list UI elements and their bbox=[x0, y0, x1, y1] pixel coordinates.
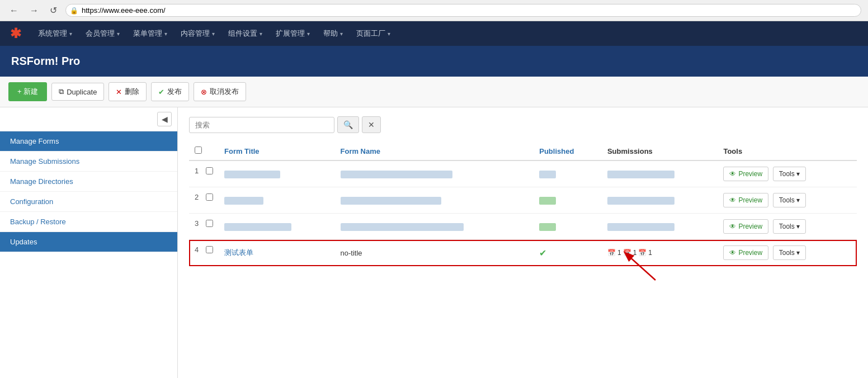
row-number: 2 bbox=[195, 193, 201, 201]
publish-icon: ✔ bbox=[158, 88, 164, 96]
url-input[interactable] bbox=[65, 4, 861, 17]
nav-content[interactable]: 内容管理 ▾ bbox=[174, 21, 221, 46]
blurred-name bbox=[341, 197, 441, 205]
unpublish-button[interactable]: ⊗ 取消发布 bbox=[194, 82, 246, 101]
chevron-down-icon: ▾ bbox=[260, 31, 262, 37]
chevron-down-icon: ▾ bbox=[388, 31, 390, 37]
sidebar-item-configuration[interactable]: Configuration bbox=[0, 192, 177, 212]
table-row: 1 bbox=[189, 160, 857, 187]
published-cell bbox=[534, 214, 602, 240]
table-row-highlighted: 4 测试表单 no-title ✔ 📅 1 bbox=[189, 240, 857, 266]
row-number: 3 bbox=[195, 219, 201, 228]
tools-cell: 👁 Preview Tools ▾ bbox=[718, 187, 857, 214]
blurred-name bbox=[341, 171, 452, 178]
refresh-button[interactable]: ↺ bbox=[47, 4, 60, 17]
blurred-name bbox=[341, 223, 464, 231]
red-arrow-annotation bbox=[622, 249, 667, 283]
duplicate-button[interactable]: ⧉ Duplicate bbox=[51, 83, 104, 101]
form-name-cell bbox=[335, 187, 534, 214]
col-published[interactable]: Published bbox=[534, 142, 602, 160]
sidebar-item-backup-restore[interactable]: Backup / Restore bbox=[0, 212, 177, 232]
chevron-down-icon: ▾ bbox=[307, 31, 310, 37]
preview-button[interactable]: 👁 Preview bbox=[723, 219, 768, 234]
tools-dropdown-button[interactable]: Tools ▾ bbox=[773, 219, 806, 234]
app-title: RSForm! Pro bbox=[11, 55, 80, 67]
nav-menus[interactable]: 菜单管理 ▾ bbox=[126, 21, 174, 46]
form-title-cell bbox=[219, 214, 335, 240]
form-title-cell bbox=[219, 187, 335, 214]
col-form-title[interactable]: Form Title bbox=[219, 142, 335, 160]
row-number: 4 bbox=[195, 245, 201, 254]
row-checkbox[interactable] bbox=[206, 167, 213, 174]
form-title-link[interactable]: 测试表单 bbox=[224, 248, 253, 257]
svg-line-1 bbox=[628, 255, 655, 280]
published-check-icon: ✔ bbox=[539, 248, 546, 258]
eye-icon: 👁 bbox=[729, 223, 736, 230]
nav-pagefactory[interactable]: 页面工厂 ▾ bbox=[350, 21, 397, 46]
col-tools: Tools bbox=[718, 142, 857, 160]
blurred-sub bbox=[607, 223, 674, 231]
main-layout: ◀ Manage Forms Manage Submissions Manage… bbox=[0, 107, 868, 378]
nav-extensions[interactable]: 扩展管理 ▾ bbox=[269, 21, 317, 46]
chevron-down-icon: ▾ bbox=[340, 31, 343, 37]
browser-bar: ← → ↺ 🔒 bbox=[0, 0, 868, 21]
delete-button[interactable]: ✕ 删除 bbox=[108, 82, 147, 101]
search-input[interactable] bbox=[189, 117, 334, 133]
eye-icon: 👁 bbox=[729, 196, 736, 204]
eye-icon: 👁 bbox=[729, 249, 736, 257]
sidebar-toggle-area: ◀ bbox=[0, 107, 177, 131]
back-button[interactable]: ← bbox=[7, 4, 21, 17]
blurred-pub bbox=[539, 171, 556, 178]
col-form-name[interactable]: Form Name bbox=[335, 142, 534, 160]
toolbar: + 新建 ⧉ Duplicate ✕ 删除 ✔ 发布 ⊗ 取消发布 bbox=[0, 77, 868, 107]
sidebar-item-updates[interactable]: Updates bbox=[0, 232, 177, 252]
sidebar-item-manage-submissions[interactable]: Manage Submissions bbox=[0, 152, 177, 172]
forms-table: Form Title Form Name Published Submissio… bbox=[189, 142, 857, 266]
tools-dropdown-button[interactable]: Tools ▾ bbox=[773, 193, 806, 207]
duplicate-icon: ⧉ bbox=[59, 87, 64, 96]
sidebar-toggle-button[interactable]: ◀ bbox=[157, 112, 172, 126]
search-clear-button[interactable]: ✕ bbox=[362, 116, 381, 133]
col-hash bbox=[189, 142, 219, 160]
tools-dropdown-button[interactable]: Tools ▾ bbox=[773, 167, 806, 181]
sidebar-item-manage-forms[interactable]: Manage Forms bbox=[0, 131, 177, 152]
preview-button[interactable]: 👁 Preview bbox=[723, 193, 768, 207]
tools-dropdown-button[interactable]: Tools ▾ bbox=[773, 245, 806, 260]
blurred-sub bbox=[607, 171, 674, 178]
blurred-title bbox=[224, 197, 263, 205]
form-title-cell bbox=[219, 160, 335, 187]
chevron-down-icon: ▾ bbox=[164, 31, 167, 37]
blurred-title bbox=[224, 223, 291, 231]
blurred-title bbox=[224, 171, 280, 178]
sub-count-1: 1 bbox=[617, 249, 621, 257]
row-checkbox[interactable] bbox=[206, 193, 213, 201]
delete-icon: ✕ bbox=[116, 88, 122, 96]
row-checkbox[interactable] bbox=[206, 246, 213, 253]
forward-button[interactable]: → bbox=[27, 4, 41, 17]
form-title-cell[interactable]: 测试表单 bbox=[219, 240, 335, 266]
blurred-pub bbox=[539, 197, 556, 205]
joomla-logo: ✱ bbox=[6, 23, 26, 44]
chevron-down-icon: ▾ bbox=[117, 31, 120, 37]
row-checkbox[interactable] bbox=[206, 220, 213, 227]
nav-components[interactable]: 组件设置 ▾ bbox=[221, 21, 269, 46]
publish-button[interactable]: ✔ 发布 bbox=[151, 82, 189, 101]
nav-system[interactable]: 系统管理 ▾ bbox=[31, 21, 79, 46]
preview-button[interactable]: 👁 Preview bbox=[723, 245, 768, 260]
published-cell bbox=[534, 160, 602, 187]
unpublish-icon: ⊗ bbox=[201, 88, 207, 96]
published-cell bbox=[534, 187, 602, 214]
preview-button[interactable]: 👁 Preview bbox=[723, 167, 768, 181]
tools-cell: 👁 Preview Tools ▾ bbox=[718, 240, 857, 266]
nav-help[interactable]: 帮助 ▾ bbox=[317, 21, 350, 46]
published-cell: ✔ bbox=[534, 240, 602, 266]
tools-cell: 👁 Preview Tools ▾ bbox=[718, 214, 857, 240]
row-number: 1 bbox=[195, 167, 201, 175]
search-button[interactable]: 🔍 bbox=[337, 116, 359, 133]
eye-icon: 👁 bbox=[729, 170, 736, 178]
new-button[interactable]: + 新建 bbox=[8, 82, 47, 101]
select-all-checkbox[interactable] bbox=[195, 147, 202, 154]
col-submissions: Submissions bbox=[602, 142, 718, 160]
nav-members[interactable]: 会员管理 ▾ bbox=[79, 21, 126, 46]
sidebar-item-manage-directories[interactable]: Manage Directories bbox=[0, 172, 177, 192]
